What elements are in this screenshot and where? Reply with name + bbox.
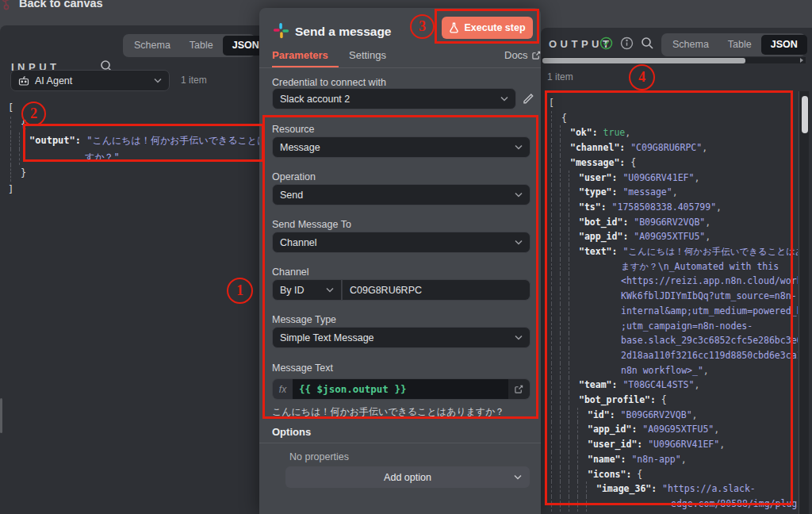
output-hscrollbar[interactable] (542, 57, 806, 63)
robot-icon (18, 75, 29, 86)
annotation-circle-3: 3 (410, 14, 435, 39)
output-vscrollbar[interactable] (799, 91, 809, 514)
tab-table[interactable]: Table (718, 35, 761, 55)
docs-link[interactable]: Docs (504, 49, 541, 61)
annotation-circle-1: 1 (227, 278, 253, 304)
chevron-down-icon (500, 96, 508, 102)
chevron-down-icon (154, 78, 162, 83)
info-icon[interactable] (620, 36, 634, 50)
options-label: Options (272, 426, 311, 438)
json-line: } (6, 165, 260, 182)
search-icon[interactable] (641, 36, 654, 50)
annotation-circle-4: 4 (629, 64, 655, 90)
tab-schema[interactable]: Schema (663, 35, 718, 55)
input-panel-scrollbar[interactable] (0, 398, 2, 433)
input-source-label: AI Agent (35, 75, 154, 86)
input-source-select[interactable]: AI Agent (10, 70, 170, 91)
success-check-icon (599, 36, 613, 50)
add-option-button[interactable]: Add option (285, 466, 530, 488)
tab-json[interactable]: JSON (761, 35, 807, 55)
back-to-canvas-link[interactable]: Back to canvas (19, 0, 103, 10)
slack-icon (273, 22, 289, 39)
chevron-down-icon (514, 474, 522, 480)
annotation-box-1 (262, 115, 538, 419)
input-view-tabs: Schema Table JSON (123, 34, 255, 57)
annotation-box-2 (23, 124, 264, 162)
output-item-count: 1 item (547, 71, 573, 82)
annotation-box-3 (435, 9, 539, 44)
annotation-box-4 (545, 90, 793, 505)
output-view-tabs: Schema Table JSON (661, 33, 806, 56)
credential-select[interactable]: Slack account 2 (272, 88, 516, 109)
node-title: Send a message (295, 25, 391, 39)
no-properties-text: No properties (289, 451, 349, 462)
input-item-count: 1 item (181, 75, 207, 86)
input-panel: INPUT Schema Table JSON AI Agent 1 item … (0, 25, 265, 514)
credential-label: Credential to connect with (272, 77, 386, 88)
divider (259, 443, 541, 443)
json-line: ] (6, 182, 260, 198)
annotation-circle-2: 2 (21, 102, 46, 126)
edit-credential-pencil-icon[interactable] (523, 92, 534, 104)
external-link-icon (532, 51, 541, 59)
workflow-nodes-icon (2, 0, 17, 11)
tab-table[interactable]: Table (180, 36, 223, 56)
tab-schema[interactable]: Schema (124, 36, 180, 56)
divider (259, 67, 541, 68)
tab-parameters[interactable]: Parameters (272, 49, 328, 61)
tab-settings[interactable]: Settings (349, 49, 386, 61)
